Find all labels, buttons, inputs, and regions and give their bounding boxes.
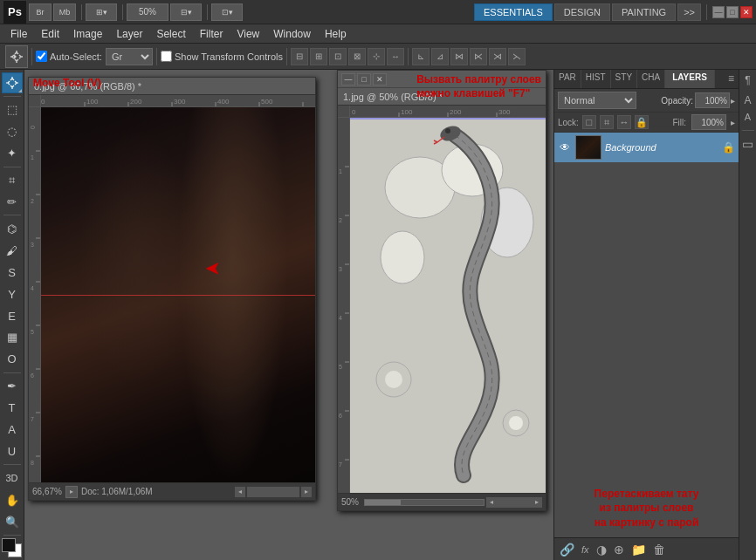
align-top-icon[interactable]: ⊠ <box>348 48 366 65</box>
auto-select-dropdown[interactable]: GrLayer <box>106 48 153 65</box>
align-right-icon[interactable]: ⊡ <box>329 48 347 65</box>
doc2-btn1[interactable]: — <box>341 73 355 85</box>
align-vcenter-icon[interactable]: ⊹ <box>368 48 385 65</box>
menu-select[interactable]: Select <box>149 26 192 42</box>
tool-eraser[interactable]: E <box>2 305 23 326</box>
svg-text:0: 0 <box>41 98 45 106</box>
layer-visibility-eye[interactable]: 👁 <box>558 140 572 154</box>
view-icon[interactable]: ⊞▾ <box>86 3 117 21</box>
menu-image[interactable]: Image <box>66 26 109 42</box>
tool-dodge[interactable]: O <box>2 349 23 370</box>
maximize-button[interactable]: □ <box>726 6 739 18</box>
layer-fx-icon[interactable]: fx <box>581 544 589 555</box>
show-transform-checkbox[interactable]: Show Transform Controls <box>161 51 283 62</box>
distribute-vcenter-icon[interactable]: ⋊ <box>489 48 506 65</box>
scrollbar-h2[interactable] <box>497 497 532 508</box>
scroll-left2[interactable]: ◂ <box>486 497 497 508</box>
align-bottom-icon[interactable]: ↔ <box>387 48 404 65</box>
menu-view[interactable]: View <box>230 26 266 42</box>
doc2-canvas[interactable] <box>350 118 546 493</box>
mini-btn-3[interactable]: A <box>741 110 755 124</box>
menu-window[interactable]: Window <box>266 26 318 42</box>
layer-group-icon[interactable]: 📁 <box>631 543 646 557</box>
distribute-left-icon[interactable]: ⊾ <box>412 48 430 65</box>
lock-position[interactable]: ↔ <box>617 115 631 129</box>
tool-history[interactable]: Y <box>2 283 23 304</box>
tool-brush[interactable]: 🖌 <box>2 240 23 261</box>
scroll-right2[interactable]: ▸ <box>532 497 542 508</box>
tool-healing[interactable]: ⌬ <box>2 218 23 239</box>
distribute-top-icon[interactable]: ⋉ <box>470 48 487 65</box>
tool-gradient[interactable]: ▦ <box>2 327 23 348</box>
screen-mode-icon[interactable]: ⊡▾ <box>211 3 243 21</box>
svg-text:1: 1 <box>339 168 342 174</box>
tab-cha[interactable]: CHA <box>637 70 665 88</box>
doc2-btn3[interactable]: ✕ <box>373 73 387 85</box>
minimize-button[interactable]: — <box>712 6 725 18</box>
layer-link-icon[interactable]: 🔗 <box>560 543 574 557</box>
lock-image[interactable]: ⌗ <box>600 115 614 129</box>
lock-all[interactable]: 🔒 <box>635 115 649 129</box>
mini-btn-2[interactable]: A <box>741 93 755 107</box>
view-mode-icon[interactable]: ⊟▾ <box>170 3 202 21</box>
more-workspaces[interactable]: >> <box>677 3 701 21</box>
auto-select-checkbox[interactable]: Auto-Select: <box>36 51 102 62</box>
tab-par[interactable]: PAR <box>554 70 581 88</box>
layer-delete-icon[interactable]: 🗑 <box>653 543 665 557</box>
fill-arrow[interactable]: ▸ <box>731 118 735 127</box>
bridge-icon[interactable]: Br <box>29 3 52 21</box>
tab-layers[interactable]: LAYERS <box>665 70 715 88</box>
doc2-btn2[interactable]: □ <box>357 73 371 85</box>
zoom-percent[interactable]: 50% <box>127 3 168 21</box>
tab-painting[interactable]: PAINTING <box>612 3 676 21</box>
menu-layer[interactable]: Layer <box>109 26 149 42</box>
scrollbar-h[interactable] <box>247 487 299 497</box>
foreground-color[interactable] <box>2 538 16 552</box>
tool-selection[interactable]: ⬚ <box>2 99 23 120</box>
menu-file[interactable]: File <box>3 26 34 42</box>
tool-text[interactable]: T <box>2 398 23 419</box>
menu-help[interactable]: Help <box>318 26 354 42</box>
tab-design[interactable]: DESIGN <box>554 3 610 21</box>
tool-path-select[interactable]: A <box>2 420 23 440</box>
close-button[interactable]: ✕ <box>740 6 753 18</box>
tool-lasso[interactable]: ◌ <box>2 121 23 142</box>
distribute-right-icon[interactable]: ⋈ <box>450 48 468 65</box>
align-left-icon[interactable]: ⊟ <box>291 48 308 65</box>
tab-essentials[interactable]: ESSENTIALS <box>474 3 553 21</box>
menu-edit[interactable]: Edit <box>34 26 66 42</box>
layer-mask-icon[interactable]: ◑ <box>596 543 607 557</box>
tool-shape[interactable]: U <box>2 441 23 462</box>
mini-btn-4[interactable]: ▭ <box>741 137 755 151</box>
opacity-input[interactable] <box>695 92 730 108</box>
move-tool-icon[interactable] <box>5 45 28 68</box>
tool-hand[interactable]: ✋ <box>2 489 23 510</box>
distribute-center-icon[interactable]: ⊿ <box>431 48 449 65</box>
tool-3d[interactable]: 3D <box>2 468 23 488</box>
mini-bridge-icon[interactable]: Mb <box>53 3 76 21</box>
opacity-arrow[interactable]: ▸ <box>731 96 735 106</box>
tool-wand[interactable]: ✦ <box>2 143 23 164</box>
tool-eyedropper[interactable]: ✏ <box>2 192 23 213</box>
tool-move[interactable] <box>2 72 23 93</box>
doc1-canvas[interactable]: ➤ <box>41 107 315 482</box>
panel-menu-icon[interactable]: ≡ <box>724 70 739 88</box>
blend-mode-dropdown[interactable]: Normal Dissolve Multiply <box>558 92 636 109</box>
layers-drag-annotation: Перетаскиваем татуиз палитры слоевна кар… <box>554 480 739 537</box>
menu-filter[interactable]: Filter <box>193 26 230 42</box>
tab-hist[interactable]: HIST <box>581 70 611 88</box>
tool-crop[interactable]: ⌗ <box>2 170 23 191</box>
scroll-right[interactable]: ▸ <box>301 487 312 497</box>
scroll-left[interactable]: ◂ <box>235 487 245 497</box>
tool-clone[interactable]: S <box>2 262 23 283</box>
align-center-icon[interactable]: ⊞ <box>310 48 327 65</box>
lock-transparent[interactable]: □ <box>582 115 596 129</box>
tool-zoom[interactable]: 🔍 <box>2 511 23 532</box>
tab-sty[interactable]: STY <box>611 70 637 88</box>
distribute-bottom-icon[interactable]: ⋋ <box>508 48 526 65</box>
mini-btn-1[interactable]: ¶ <box>741 73 755 87</box>
layer-row-background[interactable]: 👁 Background 🔒 <box>554 133 739 163</box>
layer-adjustment-icon[interactable]: ⊕ <box>614 543 624 557</box>
fill-input[interactable] <box>691 114 726 130</box>
tool-pen[interactable]: ✒ <box>2 376 23 397</box>
